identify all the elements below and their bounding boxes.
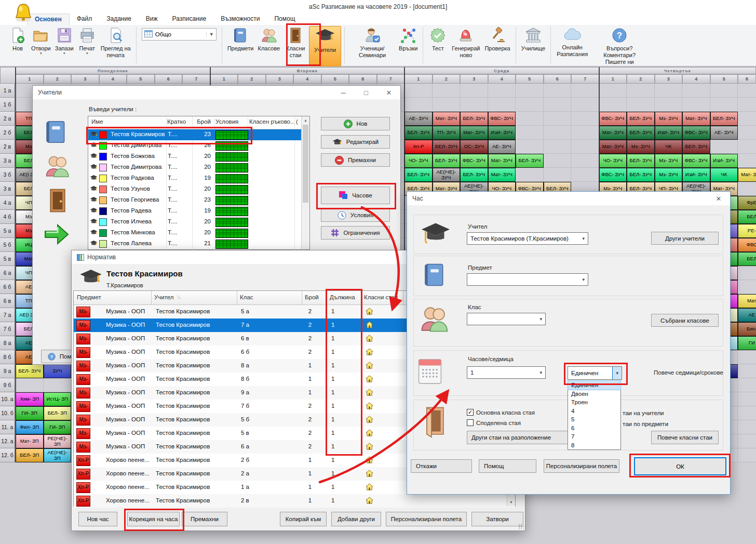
students-button[interactable]: Ученици/Семинари [348,26,397,60]
chevron-down-icon[interactable]: ▾ [612,367,622,379]
lesson-cell[interactable]: ФВС- ЗУЧ [599,168,627,182]
length-option-7[interactable]: 7 [568,432,620,441]
perweek-combo[interactable]: 1▾ [467,366,546,379]
teacher-row-6[interactable]: Тестов УзуновТ....20 [88,184,309,195]
classrooms-button[interactable]: Класни стаи [282,26,309,60]
more-rooms-button[interactable]: Повече класни стаи [651,431,719,444]
teachers-col-5[interactable]: Класен ръково... [249,118,295,125]
norm-row-15[interactable]: Хп-РХорово пеене...Тестов Красимиров2 в1… [74,494,515,508]
lesson-cell[interactable]: БЕЛ- ЗУЧ [460,168,488,182]
lesson-cell[interactable]: ЗУЧ [44,364,72,378]
online-timetables-button[interactable]: Онлайн Разписания [554,26,590,59]
teacher-conditions-button[interactable]: Условия [321,208,390,222]
lesson-cell[interactable]: Мат- ЗУЧ [738,168,756,182]
lesson-cell[interactable]: БЕЛ- ЗУЧ [627,126,655,140]
minimize-icon[interactable]: ─ [332,89,355,97]
lesson-cell[interactable]: БЕЛ- ЗУЧ [627,168,655,182]
norm-col-2[interactable]: Учител [154,294,174,300]
lesson-cell[interactable]: БЕЛ- ЗУЧ [433,154,461,168]
classrooms-nav-icon[interactable] [47,188,68,216]
teacher-row-11[interactable]: Тестов ЛалеваТ....21 [88,238,309,249]
teachers-button[interactable]: Учители [309,26,341,67]
lesson-cell[interactable]: Фил- ЗП [16,420,44,434]
teacher-row-4[interactable]: Тестов ДимитроваТ....20 [88,162,309,173]
lesson-cell[interactable]: ЧК [710,168,738,182]
length-combo[interactable]: Единичен▾ [568,366,622,380]
lesson-cell[interactable]: Мз- ЗУЧ [655,112,683,126]
open-button[interactable]: Отвори▾ [29,26,53,56]
teacher-row-5[interactable]: Тестов РадковаТ....19 [88,173,309,184]
green-arrow-icon[interactable] [43,222,70,249]
lesson-cell[interactable]: Мат- ЗУЧ [488,168,516,182]
scroll-up-icon[interactable]: ▲ [302,116,309,124]
resize-grip[interactable] [518,524,523,529]
close-icon[interactable]: ✕ [377,89,400,97]
length-dropdown-list[interactable]: ЕдиниченДвоенТроен45678 [568,380,621,450]
new-button[interactable]: Нов [6,26,29,53]
open-dropdown-caret[interactable]: ▾ [40,52,42,55]
teacher-row-2[interactable]: Тестов ДимитроваТ....26 [88,140,309,151]
teacher-new-button[interactable]: Нов [321,117,390,130]
generate-button[interactable]: Генерирай ново [449,26,482,60]
shared-room-label[interactable]: Споделена стая [476,420,521,426]
teachers-col-6[interactable]: ( [296,118,298,125]
lesson-cell[interactable]: Мз- ЗУЧ [655,168,683,182]
shared-room-checkbox[interactable] [467,419,474,426]
more-weeks-label[interactable]: Повече седмици/срокове [654,369,723,376]
lesson-cell[interactable]: БЕЛ- ЗУЧ [627,154,655,168]
lesson-cell[interactable]: Мат- ЗУЧ [599,140,627,154]
lesson-cell[interactable]: ИстЦ- ЗП [44,392,72,406]
lesson-cell[interactable]: ФВС- ЗУЧ [460,154,488,168]
length-option-6[interactable]: 6 [568,424,620,433]
lesson-help-button[interactable]: Помощ [479,459,536,473]
view-selector-caret[interactable]: ▼ [206,32,216,37]
lesson-cell[interactable]: ГИ- ЗП [16,406,44,420]
tab-3[interactable]: Задание [99,14,139,25]
lesson-cell[interactable]: ФВС- ЗУЧ [599,112,627,126]
subject-rooms-label-partial[interactable]: таи по предмети [623,421,668,427]
close-button[interactable]: Затвори [471,512,523,526]
home-room-checkbox[interactable]: ✓ [467,409,474,416]
lesson-cell[interactable]: ФВС- ЗУЧ [682,154,710,168]
teacher-row-8[interactable]: Тестов РадеваТ....19 [88,206,309,217]
lesson-cell[interactable]: БЕЛ [738,210,756,224]
teacher-row-1[interactable]: Тестов КрасимировТ....23 [88,129,309,140]
norm-col-3[interactable]: Клас [240,294,253,300]
print-button[interactable]: Печат▾ [76,26,99,56]
length-option-8[interactable]: 8 [568,441,620,450]
lesson-cell[interactable]: ЧО- ЗУЧ [404,154,433,168]
lesson-cell[interactable]: ИзИ- ЗУЧ [488,126,516,140]
lesson-dialog-titlebar[interactable]: Час ✕ [407,192,730,205]
lesson-cell[interactable]: РЕ(IЧЕ)- ЗП [44,434,72,448]
close-icon[interactable]: ✕ [707,195,730,203]
length-option-2[interactable]: Двоен [568,390,620,399]
lesson-cell[interactable]: ЧК [655,140,683,154]
lesson-cell[interactable]: ФВС- ЗУЧ [682,126,710,140]
lesson-cell[interactable]: БЕЛ [738,252,756,266]
view-selector-combo[interactable]: Общо ▼ [142,28,217,41]
teacher-row-7[interactable]: Тестов ГеоргиеваТ....23 [88,195,309,206]
tab-1[interactable]: Основен [27,14,70,25]
lesson-cell[interactable]: ИзИ- ЗУЧ [682,168,710,182]
print-preview-button[interactable]: Преглед на печата [99,26,133,60]
custom-fields-button[interactable]: Персонализирани полета [386,512,467,526]
lesson-cell[interactable]: БЕЛ- ЗУЧ [710,112,738,126]
tab-5[interactable]: Разписание [165,14,214,25]
lesson-cell[interactable]: Мат- ЗУЧ [433,112,461,126]
check-button[interactable]: Проверка [482,26,512,53]
length-option-1[interactable]: Единичен [568,381,620,390]
teachers-col-4[interactable]: Условия [215,118,238,125]
lesson-cell[interactable]: БЕЛ- ЗУЧ [433,140,461,154]
lesson-cell[interactable]: БЕЛ- ЗУЧ [404,168,433,182]
add-others-button[interactable]: Добави други [331,512,381,526]
school-button[interactable]: Училище [519,26,547,53]
teachers-col-2[interactable]: Кратко [167,118,186,125]
classes-nav-icon[interactable] [44,152,70,182]
lesson-custom-fields-button[interactable]: Персонализирани полета [544,459,619,473]
teachers-list[interactable]: ИмеКраткоБройУсловияКласен ръково...( Те… [88,116,310,250]
tab-2[interactable]: Файл [70,14,100,25]
lesson-cell[interactable]: Мат- ЗУЧ [488,154,516,168]
maximize-icon[interactable]: □ [355,89,377,97]
lesson-cell[interactable]: ИзИ- ЗУЧ [655,126,683,140]
lesson-cell[interactable]: ИзИ- ЗУЧ [710,154,738,168]
